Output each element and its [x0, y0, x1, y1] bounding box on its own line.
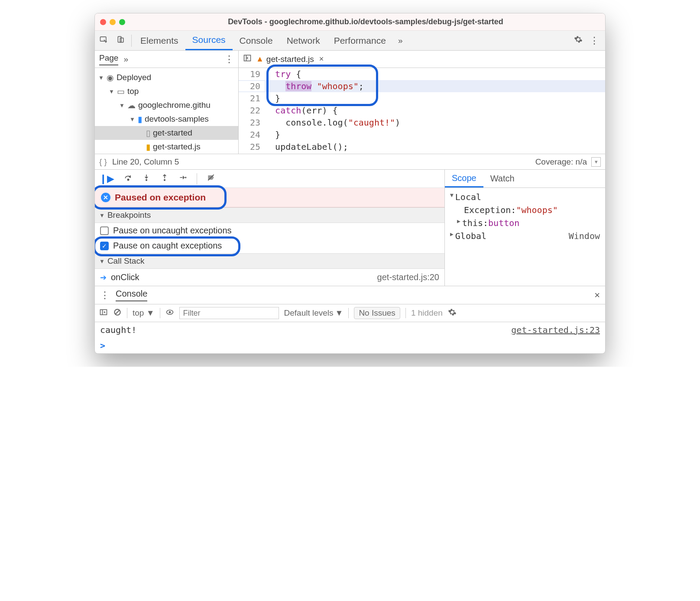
step-out-icon[interactable] — [160, 173, 169, 184]
file-tree: ▼◉Deployed ▼▭top ▼☁googlechrome.githu ▼▮… — [95, 68, 239, 154]
hidden-count: 1 hidden — [411, 308, 443, 318]
navigator-header: Page » ⋮ — [95, 51, 239, 68]
tree-folder[interactable]: ▼▮devtools-samples — [95, 112, 238, 126]
deactivate-breakpoints-icon[interactable] — [207, 173, 215, 184]
pretty-print-icon[interactable]: { } — [99, 157, 107, 167]
svg-point-5 — [127, 179, 129, 180]
tab-performance[interactable]: Performance — [327, 31, 393, 50]
toggle-navigator-icon[interactable] — [243, 54, 252, 65]
maximize-window-button[interactable] — [119, 19, 125, 25]
bp-caught-wrapper: ✓ Pause on caught exceptions — [95, 238, 444, 253]
tree-deployed[interactable]: ▼◉Deployed — [95, 71, 238, 84]
paused-wrapper: ✕ Paused on exception — [95, 188, 444, 207]
console-drawer-header: ⋮ Console × — [95, 286, 605, 304]
debugger-controls: ❙▶ — [95, 170, 444, 188]
tree-top[interactable]: ▼▭top — [95, 84, 238, 98]
svg-point-15 — [169, 311, 171, 313]
step-over-icon[interactable] — [124, 173, 133, 184]
svg-line-13 — [115, 310, 120, 314]
settings-icon[interactable] — [574, 35, 583, 46]
console-settings-icon[interactable] — [448, 308, 457, 319]
scope-body: ▼Local Exception: "whoops" ▶this: button… — [445, 188, 605, 245]
tree-file-js[interactable]: ▮get-started.js — [95, 140, 238, 154]
log-levels-selector[interactable]: Default levels ▼ — [284, 308, 344, 318]
toolbar-right: ⋮ — [568, 35, 605, 46]
scope-tabs: Scope Watch — [445, 170, 605, 188]
live-expression-icon[interactable] — [165, 308, 174, 319]
main-area: ▼◉Deployed ▼▭top ▼☁googlechrome.githu ▼▮… — [95, 68, 605, 154]
navigator-menu-icon[interactable]: ⋮ — [224, 54, 234, 65]
console-output: caught! get-started.js:23 > — [95, 322, 605, 353]
navigator-tab-page[interactable]: Page — [99, 53, 118, 65]
svg-point-8 — [185, 177, 186, 178]
warning-icon: ▲ — [256, 55, 264, 64]
callstack-frame[interactable]: ➔ onClick get-started.js:20 — [95, 269, 444, 286]
device-toggle-icon[interactable] — [112, 35, 130, 46]
minimize-window-button[interactable] — [110, 19, 116, 25]
breakpoints-header[interactable]: ▼Breakpoints — [95, 207, 444, 223]
separator — [131, 35, 132, 47]
paused-banner: ✕ Paused on exception — [95, 188, 444, 207]
paused-icon: ✕ — [101, 193, 110, 202]
callstack-header[interactable]: ▼Call Stack — [95, 253, 444, 269]
svg-rect-1 — [118, 36, 121, 42]
scope-exception: Exception: "whoops" — [447, 204, 603, 216]
status-dropdown-icon[interactable]: ▾ — [591, 157, 601, 167]
scope-global[interactable]: ▶GlobalWindow — [447, 229, 603, 242]
debugger-left: ❙▶ ✕ Paused on exception ▼Breakpoints Pa… — [95, 170, 445, 286]
tab-scope[interactable]: Scope — [445, 170, 483, 187]
close-drawer-icon[interactable]: × — [594, 290, 600, 301]
console-menu-icon[interactable]: ⋮ — [100, 290, 110, 301]
close-tab-icon[interactable]: × — [319, 55, 324, 64]
code-editor[interactable]: 19 try { 20 throw "whoops"; 21 } 22 catc… — [239, 68, 605, 154]
svg-rect-10 — [100, 310, 107, 315]
cursor-position: Line 20, Column 5 — [112, 157, 179, 167]
subheader-row: Page » ⋮ ▲ get-started.js × — [95, 51, 605, 68]
debugger-row: ❙▶ ✕ Paused on exception ▼Breakpoints Pa… — [95, 169, 605, 286]
file-tab[interactable]: ▲ get-started.js × — [256, 55, 324, 64]
context-selector[interactable]: top ▼ — [133, 308, 155, 318]
checkbox-unchecked-icon[interactable] — [100, 226, 109, 235]
step-into-icon[interactable] — [142, 173, 151, 184]
console-sidebar-icon[interactable] — [99, 308, 108, 319]
tab-elements[interactable]: Elements — [133, 31, 185, 50]
tab-watch[interactable]: Watch — [483, 170, 522, 187]
current-frame-icon: ➔ — [100, 273, 107, 282]
more-tabs-icon[interactable]: » — [393, 36, 408, 45]
close-window-button[interactable] — [100, 19, 106, 25]
inspect-icon[interactable] — [95, 35, 112, 46]
console-log-source[interactable]: get-started.js:23 — [511, 325, 600, 335]
tree-domain[interactable]: ▼☁googlechrome.githu — [95, 98, 238, 112]
console-prompt[interactable]: > — [95, 338, 605, 353]
filter-input[interactable] — [179, 307, 279, 319]
tab-sources[interactable]: Sources — [185, 31, 233, 50]
window-title: DevTools - googlechrome.github.io/devtoo… — [131, 17, 600, 26]
navigator-more-icon[interactable]: » — [118, 55, 133, 64]
tree-file-html[interactable]: ▯get-started — [95, 126, 238, 140]
svg-point-7 — [164, 179, 165, 181]
bp-uncaught[interactable]: Pause on uncaught exceptions — [95, 223, 444, 238]
resume-icon[interactable]: ❙▶ — [99, 173, 114, 184]
devtools-window: DevTools - googlechrome.github.io/devtoo… — [94, 13, 606, 354]
tab-network[interactable]: Network — [280, 31, 327, 50]
svg-rect-2 — [120, 38, 123, 42]
console-log-row: caught! get-started.js:23 — [95, 322, 605, 338]
issues-button[interactable]: No Issues — [354, 307, 400, 319]
devtools-toolbar: Elements Sources Console Network Perform… — [95, 31, 605, 51]
titlebar: DevTools - googlechrome.github.io/devtoo… — [95, 13, 605, 31]
window-controls — [100, 19, 125, 25]
scope-local[interactable]: ▼Local — [447, 191, 603, 204]
kebab-menu-icon[interactable]: ⋮ — [590, 35, 599, 46]
svg-point-6 — [146, 179, 147, 181]
step-icon[interactable] — [178, 173, 187, 184]
scope-this[interactable]: ▶this: button — [447, 216, 603, 229]
console-drawer-tab[interactable]: Console — [116, 289, 147, 301]
checkbox-checked-icon[interactable]: ✓ — [100, 242, 109, 250]
paused-text: Paused on exception — [115, 192, 206, 203]
tab-console[interactable]: Console — [233, 31, 280, 50]
scope-panel: Scope Watch ▼Local Exception: "whoops" ▶… — [445, 170, 605, 286]
editor-statusbar: { } Line 20, Column 5 Coverage: n/a ▾ — [95, 154, 605, 169]
clear-console-icon[interactable] — [113, 308, 122, 319]
bp-caught[interactable]: ✓ Pause on caught exceptions — [95, 238, 444, 253]
console-toolbar: top ▼ Default levels ▼ No Issues 1 hidde… — [95, 304, 605, 322]
